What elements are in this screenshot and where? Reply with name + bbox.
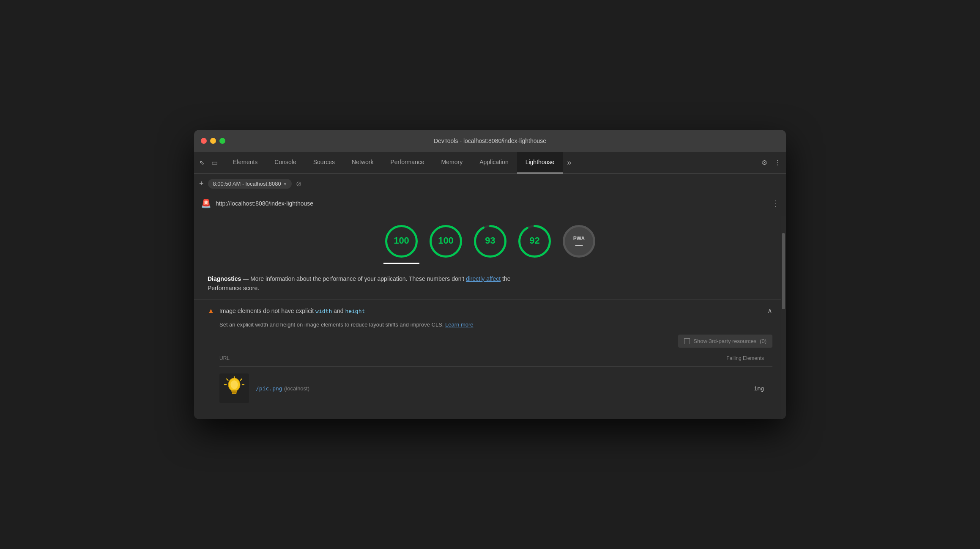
lighthouse-header: 🚨 http://localhost:8080/index-lighthouse… bbox=[194, 194, 786, 213]
svg-line-21 bbox=[227, 379, 228, 380]
table-row: /pic.png (localhost) img bbox=[219, 367, 772, 410]
tab-bar: ⇖ ▭ Elements Console Sources Network Per… bbox=[194, 152, 786, 174]
warning-desc-text: Set an explicit width and height on imag… bbox=[219, 321, 445, 328]
maximize-button[interactable] bbox=[219, 138, 225, 144]
third-party-checkbox-input[interactable] bbox=[684, 338, 690, 344]
width-token: width bbox=[315, 308, 332, 314]
warning-header: ▲ Image elements do not have explicit wi… bbox=[194, 300, 786, 321]
svg-line-23 bbox=[241, 379, 242, 380]
devtools-window: DevTools - localhost:8080/index-lighthou… bbox=[194, 130, 786, 420]
score-underline bbox=[383, 263, 419, 264]
tab-memory[interactable]: Memory bbox=[433, 152, 471, 173]
scores-section: 100 100 93 bbox=[194, 213, 786, 264]
score-circle-best-practices[interactable]: 93 bbox=[472, 223, 508, 264]
device-icon[interactable]: ▭ bbox=[210, 157, 219, 168]
warning-header-left: ▲ Image elements do not have explicit wi… bbox=[208, 307, 365, 315]
tab-settings-area: ⚙ ⋮ bbox=[760, 157, 783, 168]
col-url-header: URL bbox=[219, 355, 688, 361]
tabs-container: Elements Console Sources Network Perform… bbox=[224, 152, 760, 173]
score-circle-pwa[interactable]: PWA — bbox=[561, 223, 597, 264]
third-party-row: Show 3rd-party resources (0) bbox=[219, 335, 772, 348]
score-underline-4 bbox=[517, 263, 553, 264]
diagnostics-desc2: the bbox=[501, 275, 510, 282]
settings-icon[interactable]: ⚙ bbox=[760, 157, 769, 168]
row-url-cell: /pic.png (localhost) bbox=[219, 373, 688, 403]
tab-performance[interactable]: Performance bbox=[382, 152, 433, 173]
score-circle-performance[interactable]: 100 bbox=[383, 223, 419, 264]
height-token: height bbox=[345, 308, 365, 314]
lighthouse-url: http://localhost:8080/index-lighthouse bbox=[216, 200, 767, 207]
learn-more-link[interactable]: Learn more bbox=[445, 321, 473, 328]
score-underline-pwa bbox=[561, 263, 597, 264]
stop-button[interactable]: ⊘ bbox=[296, 180, 301, 188]
warning-title-mid: and bbox=[332, 307, 345, 314]
more-options-icon[interactable]: ⋮ bbox=[772, 157, 783, 168]
more-tabs-button[interactable]: » bbox=[563, 158, 575, 167]
svg-rect-19 bbox=[232, 393, 236, 394]
results-table: URL Failing Elements bbox=[219, 353, 772, 410]
table-header: URL Failing Elements bbox=[219, 353, 772, 367]
tab-lighthouse[interactable]: Lighthouse bbox=[517, 152, 563, 173]
scrollbar-thumb[interactable] bbox=[782, 233, 785, 309]
minimize-button[interactable] bbox=[210, 138, 216, 144]
diagnostics-label: Diagnostics bbox=[208, 275, 241, 282]
score-underline-3 bbox=[472, 263, 508, 264]
score-circle-accessibility[interactable]: 100 bbox=[428, 223, 464, 264]
devtools-toolbar: ⇖ ▭ bbox=[197, 157, 219, 168]
collapse-button[interactable]: ∧ bbox=[767, 307, 772, 315]
image-thumbnail bbox=[219, 373, 249, 403]
warning-triangle-icon: ▲ bbox=[208, 307, 214, 315]
third-party-checkbox-container: Show 3rd-party resources (0) bbox=[678, 335, 772, 348]
warning-item: ▲ Image elements do not have explicit wi… bbox=[194, 300, 786, 419]
svg-point-16 bbox=[230, 381, 238, 390]
file-url-link[interactable]: /pic.png bbox=[256, 385, 282, 392]
directly-affect-link[interactable]: directly affect bbox=[466, 275, 501, 282]
row-url-info: /pic.png (localhost) bbox=[256, 384, 309, 392]
diagnostics-section: Diagnostics — More information about the… bbox=[194, 264, 786, 300]
diagnostics-line2: Performance score. bbox=[208, 285, 259, 291]
tab-console[interactable]: Console bbox=[266, 152, 304, 173]
main-content: 🚨 http://localhost:8080/index-lighthouse… bbox=[194, 194, 786, 420]
new-tab-button[interactable]: + bbox=[199, 179, 204, 188]
warning-title: Image elements do not have explicit widt… bbox=[219, 307, 365, 314]
third-party-label: Show 3rd-party resources bbox=[693, 338, 756, 344]
lighthouse-more-button[interactable]: ⋮ bbox=[772, 199, 779, 208]
third-party-count: (0) bbox=[760, 338, 766, 344]
warning-body: Set an explicit width and height on imag… bbox=[194, 321, 786, 419]
address-bar: + 8:00:50 AM - localhost:8080 ▾ ⊘ bbox=[194, 174, 786, 194]
warning-description: Set an explicit width and height on imag… bbox=[219, 321, 772, 328]
file-origin: (localhost) bbox=[284, 385, 309, 392]
score-underline-2 bbox=[428, 263, 464, 264]
svg-text:93: 93 bbox=[485, 235, 495, 246]
lighthouse-logo-icon: 🚨 bbox=[201, 198, 211, 209]
svg-text:100: 100 bbox=[394, 235, 409, 246]
tab-application[interactable]: Application bbox=[471, 152, 517, 173]
title-bar: DevTools - localhost:8080/index-lighthou… bbox=[194, 130, 786, 152]
window-title: DevTools - localhost:8080/index-lighthou… bbox=[434, 137, 546, 144]
inspect-icon[interactable]: ⇖ bbox=[197, 157, 206, 168]
col-failing-header: Failing Elements bbox=[688, 355, 772, 361]
tab-elements[interactable]: Elements bbox=[224, 152, 266, 173]
svg-text:92: 92 bbox=[529, 235, 539, 246]
tab-network[interactable]: Network bbox=[343, 152, 382, 173]
traffic-lights bbox=[201, 138, 225, 144]
close-button[interactable] bbox=[201, 138, 207, 144]
url-chip[interactable]: 8:00:50 AM - localhost:8080 ▾ bbox=[208, 179, 292, 189]
warning-title-start: Image elements do not have explicit bbox=[219, 307, 315, 314]
url-dropdown-arrow[interactable]: ▾ bbox=[284, 181, 287, 187]
url-text: 8:00:50 AM - localhost:8080 bbox=[213, 181, 281, 187]
row-failing-cell: img bbox=[688, 385, 772, 392]
tab-sources[interactable]: Sources bbox=[305, 152, 343, 173]
score-circle-seo[interactable]: 92 bbox=[517, 223, 553, 264]
diagnostics-desc: — More information about the performance… bbox=[241, 275, 466, 282]
svg-text:100: 100 bbox=[438, 235, 454, 246]
scrollbar-track[interactable] bbox=[781, 216, 786, 420]
svg-text:—: — bbox=[575, 241, 583, 249]
